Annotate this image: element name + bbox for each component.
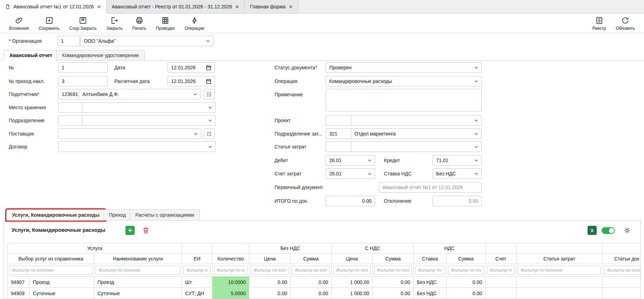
calendar-icon[interactable] [206, 78, 211, 84]
project-select[interactable] [351, 115, 482, 126]
cell-service-name[interactable]: Суточные [94, 288, 182, 299]
cost-account-select[interactable]: 26.01 [326, 168, 375, 179]
col-header[interactable]: Статьи дох [603, 253, 641, 264]
table-row[interactable]: 94907 Проезд Проезд Шт 10.0000 0.00 0.00… [7, 277, 641, 288]
window-tab-main-form[interactable]: Главная форма [245, 0, 298, 13]
col-header[interactable]: Статья затрат [516, 253, 603, 264]
operation-select[interactable]: Командировочные расходы [326, 76, 482, 86]
organization-code-input[interactable]: 1 [57, 36, 80, 46]
storage-select[interactable] [82, 102, 216, 113]
cell-account[interactable] [486, 288, 516, 299]
cell-service-ref[interactable]: 94907 Проезд [7, 277, 94, 288]
cell-price-no-vat[interactable]: 0.00 [249, 277, 291, 288]
filter-input[interactable] [96, 266, 180, 275]
table-row[interactable]: 94909 Суточные Суточные СУТ; ДН 5.0000 0… [7, 288, 641, 299]
accountable-code-input[interactable]: 123691 [58, 89, 79, 99]
supplier-tree-button[interactable] [204, 128, 215, 139]
col-header[interactable]: Количество [212, 253, 249, 264]
total-input[interactable]: 0.00 [326, 196, 375, 206]
window-tab-advance-report[interactable]: Авансовый отчет №1 от 12.01.2026 [0, 0, 107, 14]
operations-button[interactable]: Операции [179, 15, 209, 32]
cell-unit[interactable]: СУТ; ДН [182, 288, 212, 299]
cost-division-code-input[interactable]: 321 [326, 128, 351, 139]
col-header[interactable]: Ставка [414, 253, 447, 264]
calc-date-input[interactable]: 12.01.2026 [168, 76, 215, 86]
cell-price-no-vat[interactable]: 0.00 [249, 288, 291, 299]
project-code-input[interactable] [326, 115, 351, 126]
division-select[interactable] [82, 115, 216, 126]
cost-item-code-input[interactable] [326, 141, 351, 152]
grid-settings-button[interactable] [623, 226, 632, 235]
cell-sum-with-vat[interactable]: 0.00 [373, 288, 414, 299]
cell-vat-sum[interactable]: 0.00 [447, 277, 486, 288]
cell-quantity[interactable]: 10.0000 [212, 277, 249, 288]
filter-input[interactable] [604, 266, 641, 275]
num-input[interactable]: 1 [58, 62, 108, 73]
filter-input[interactable] [9, 266, 93, 275]
cell-vat-sum[interactable]: 0.00 [447, 288, 486, 299]
refresh-button[interactable]: Обновить [611, 15, 640, 32]
close-button[interactable]: Закрыть [101, 15, 127, 32]
close-icon[interactable] [97, 5, 101, 9]
save-close-button[interactable]: Сохр.Закрыть [65, 15, 101, 32]
export-excel-button[interactable]: X [588, 226, 597, 235]
cell-cost-item[interactable] [516, 288, 603, 299]
credit-select[interactable]: 71.01 [433, 155, 482, 166]
window-tab-registry[interactable]: Авансовый отчет - Реестр от 01.01.2026 -… [107, 0, 245, 13]
date-input[interactable]: 12.01.2026 [168, 62, 215, 73]
filter-input[interactable] [251, 266, 289, 275]
add-row-button[interactable] [126, 226, 135, 235]
cost-division-select[interactable]: Отдел маркетинга [351, 128, 482, 139]
status-select[interactable]: Проверен [326, 62, 482, 73]
col-header[interactable]: Выбор услуг из справочника [7, 253, 94, 264]
filter-input[interactable] [333, 266, 371, 275]
note-textarea[interactable] [326, 89, 482, 111]
delete-row-button[interactable] [141, 226, 150, 235]
calendar-icon[interactable] [206, 65, 211, 70]
cell-sum-with-vat[interactable]: 0.00 [373, 277, 414, 288]
print-button[interactable]: Печать [128, 15, 151, 32]
cell-price-with-vat[interactable]: 1 000.00 [332, 288, 373, 299]
tab-income[interactable]: Приход [103, 209, 131, 221]
cell-sum-no-vat[interactable]: 0.00 [291, 288, 332, 299]
col-header[interactable]: Цена [332, 253, 373, 264]
col-header[interactable]: Сумма [291, 253, 332, 264]
cell-vat-rate[interactable]: Без НДС [414, 277, 447, 288]
filter-input[interactable] [214, 266, 248, 275]
cell-price-with-vat[interactable]: 1 000.00 [332, 277, 373, 288]
col-header[interactable]: Сумма [373, 253, 414, 264]
cell-unit[interactable]: Шт [182, 277, 212, 288]
cell-vat-rate[interactable]: Без НДС [414, 288, 447, 299]
filter-input[interactable] [448, 266, 484, 275]
supplier-select[interactable] [58, 128, 201, 139]
debit-select[interactable]: 26.01 [326, 155, 375, 166]
cell-quantity[interactable]: 5.0000 [212, 288, 249, 299]
tab-travel-certificate[interactable]: Командировочное удостоверение [56, 50, 145, 61]
grid-toggle[interactable] [602, 227, 615, 234]
accountable-select[interactable]: Алтынбаев Д.Ф. [79, 89, 201, 99]
accountable-tree-button[interactable] [204, 89, 215, 99]
registry-button[interactable]: Реестр [588, 15, 611, 32]
col-header[interactable]: Сумма [447, 253, 486, 264]
col-header[interactable]: ЕИ [182, 253, 212, 264]
col-header[interactable]: Наименование услуги [94, 253, 182, 264]
col-header[interactable]: Счет [486, 253, 516, 264]
save-button[interactable]: Сохранить [34, 15, 65, 32]
vat-rate-select[interactable]: Без НДС [433, 168, 482, 179]
tab-settlements[interactable]: Расчеты с организациями [130, 209, 200, 221]
cell-income-item[interactable] [603, 288, 641, 299]
cell-service-name[interactable]: Проезд [94, 277, 182, 288]
division-code-input[interactable] [58, 115, 82, 126]
tab-advance-report[interactable]: Авансовый отчет [4, 50, 58, 61]
filter-input[interactable] [183, 266, 211, 275]
cost-item-select[interactable] [351, 141, 482, 152]
cell-account[interactable] [486, 277, 516, 288]
filter-input[interactable] [518, 266, 601, 275]
invoice-input[interactable]: 3 [58, 76, 108, 86]
col-header[interactable]: Цена [249, 253, 291, 264]
attachments-button[interactable]: Вложения [4, 15, 34, 32]
close-icon[interactable] [289, 5, 293, 9]
contract-select[interactable] [58, 141, 216, 152]
tab-services-travel-expenses[interactable]: Услуги, Командировочные расходы [6, 209, 105, 221]
organization-select[interactable]: ООО "Альфа" [80, 36, 213, 46]
